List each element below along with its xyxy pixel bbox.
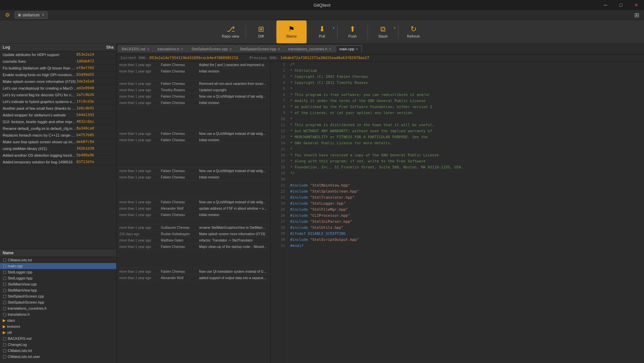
push-icon: ⬆ [349,25,356,33]
tree-item[interactable]: ▢StelLogger.hpp [0,275,116,281]
blame-annotations[interactable]: more than 1 year ago Fabien Chereau Adde… [117,62,271,363]
log-row[interactable]: cosmetic fixes 1d6db472 [0,58,116,65]
tree-item[interactable]: ▢StelMainView.hpp [0,287,116,293]
blame-row[interactable]: more than 1 year ago Fabien Chereau Now … [117,131,270,137]
blame-row[interactable]: more than 1 year ago Alexander Wolf adde… [117,275,270,281]
blame-row[interactable]: more than 1 year ago Fabien Chereau Adde… [117,62,270,68]
stash-button[interactable]: ⧉ Stash ▼ [368,20,398,43]
tree-item[interactable]: ▢StelSplashScreen.hpp [0,299,116,305]
log-row[interactable]: Replaces foreach macro by C++11 range-ba… [0,132,116,139]
log-row[interactable]: Added temporary solution for bug 1498616… [0,159,116,165]
blame-row[interactable]: more than 1 year ago Matthew Gates refac… [117,237,270,243]
blame-row[interactable]: more than 1 year ago Fabien Chereau Now … [117,268,270,274]
tree-item[interactable]: ▢translations_countries.h [0,305,116,311]
log-row[interactable]: GUI: fontsize, kinetic toggle and other … [0,118,116,125]
blame-row[interactable]: more than 1 year ago Fabien Chereau Now … [117,199,270,205]
blame-row[interactable]: more than 1 year ago Fabien Chereau Init… [117,137,270,143]
close-button[interactable]: ✕ [629,0,644,10]
log-row[interactable]: Make sure that splash screen shows up im… [0,139,116,145]
blame-row[interactable]: more than 1 year ago Fabien Chereau Remo… [117,81,270,87]
log-row[interactable]: Let's indicate to hybrid graphics system… [0,98,116,105]
tree-item[interactable]: ▢StelMainView.cpp [0,281,116,287]
log-row[interactable]: Added another OS detection logging funct… [0,152,116,159]
file-tab-close[interactable]: ✕ [181,47,183,51]
tree-item[interactable]: ▢ChangeLog [0,342,116,348]
blame-author: Fabien Chereau [161,63,198,67]
line-number: 14 [271,140,285,146]
blame-row[interactable]: more than 1 year ago Timothy Reaves Upda… [117,87,270,93]
settings-button[interactable]: ⚙ [3,10,12,20]
log-header: Log Sha [0,44,116,51]
log-row[interactable]: Another pack of few small fixes (thanks … [0,105,116,112]
file-tab[interactable]: BACKERS.md✕ [118,45,153,52]
tree-item[interactable]: ▢translations.h [0,311,116,317]
tree-item[interactable]: ▢CMakeLists.txt.user [0,354,116,360]
tree-item[interactable]: ▢BACKERS.md [0,335,116,342]
line-number: 7 [271,98,285,104]
file-tab[interactable]: translations_countries.h✕ [284,45,335,52]
tree-item[interactable]: ▢StelSplashScreen.cpp [0,293,116,299]
tree-item[interactable]: ▢CMakeLists.txt [0,257,116,263]
blame-button[interactable]: ⚑ Blame [276,20,307,43]
tab-stellarium[interactable]: ▣ stellarium ✕ [15,11,48,19]
blame-block: more than 1 year ago Fabien Chereau Now … [117,93,270,100]
repo-view-button[interactable]: ⎇ Repo view [215,20,246,43]
blame-row[interactable]: more than 1 year ago Guillaume Chereau r… [117,224,270,230]
log-row[interactable]: Let's use macdeployqt for creating a Mac… [0,85,116,92]
blame-row[interactable]: more than 1 year ago Fabien Chereau Now … [117,93,270,99]
restore-button[interactable]: □ [613,0,629,10]
tree-item[interactable]: ▶util [0,329,116,335]
tree-item[interactable]: ▢CMakeLists.txt [0,348,116,354]
file-tab-close[interactable]: ✕ [356,47,358,51]
log-row[interactable]: Rename default_config.ini to default_cfg… [0,125,116,132]
log-table[interactable]: Update attributes for HDPI support 853e2… [0,51,116,249]
blame-empty-line [117,161,270,167]
log-row[interactable]: Fix building Stellarium with Qt lesser t… [0,65,116,71]
log-row[interactable]: Update attributes for HDPI support 853e2… [0,51,116,58]
push-button[interactable]: ⬆ Push [337,20,368,43]
tab-close-icon[interactable]: ✕ [42,13,45,17]
file-tab-close[interactable]: ✕ [277,47,280,51]
blame-row[interactable]: more than 1 year ago Fabien Chereau Majo… [117,244,270,250]
code-line: #include "StelFileMgr.hpp" [287,207,644,213]
tree-item[interactable]: ▢StelLogger.cpp [0,269,116,275]
refresh-button[interactable]: ↻ Refresh [398,20,429,43]
toolbar: ⎇ Repo view ⊞ Diff ⚑ Blame ⬇ Pull ▼ ⬆ Pu… [0,20,644,44]
blame-row[interactable]: more than 1 year ago Fabien Chereau Init… [117,100,270,106]
file-tab[interactable]: StelSplashScreen.cpp✕ [188,45,235,52]
minimize-button[interactable]: ─ [598,0,613,10]
main-area: Log Sha Update attributes for HDPI suppo… [0,44,644,363]
line-number: 10 [271,116,285,122]
tree-item[interactable]: ▢main.cpp [0,263,116,269]
blame-row[interactable]: 216 days ago Ruslan Kabatsayev Make spla… [117,231,270,237]
file-tab[interactable]: main.cpp✕ [336,45,362,52]
log-row[interactable]: Added wrapper for stellarium's website 5… [0,112,116,118]
blame-msg: Removed all non-ascii caracters from sou… [199,82,268,86]
file-tab-close[interactable]: ✕ [229,47,232,51]
blame-row[interactable]: more than 1 year ago Fabien Chereau Init… [117,212,270,218]
file-tab-name: main.cpp [339,47,355,51]
blame-empty-line [117,155,270,161]
log-row[interactable]: Let's try extend flag for discrete GPU f… [0,92,116,98]
log-row[interactable]: Make splash screen more informative (#71… [0,78,116,85]
blame-row[interactable]: more than 1 year ago Alexander Wolf upda… [117,205,270,211]
blame-block: more than 1 year ago Fabien Chereau Remo… [117,81,270,87]
file-tab[interactable]: translations.h✕ [154,45,187,52]
folder-icon: ▶ [3,324,6,329]
log-message: Rename default_config.ini to default_cfg… [3,126,76,131]
diff-button[interactable]: ⊞ Diff [246,20,276,43]
tree-item[interactable]: ▶stars [0,317,116,323]
file-tree[interactable]: Name ▢CMakeLists.txt▢main.cpp▢StelLogger… [0,249,116,363]
file-tab-close[interactable]: ✕ [147,47,149,51]
blame-row[interactable]: more than 1 year ago Fabien Chereau Init… [117,68,270,74]
blame-row[interactable]: more than 1 year ago Fabien Chereau Now … [117,168,270,174]
tree-item[interactable]: ▶textures [0,323,116,329]
blame-row[interactable]: more than 1 year ago Fabien Chereau Init… [117,174,270,180]
file-tab-close[interactable]: ✕ [329,47,331,51]
file-tab[interactable]: StelSplashScreen.hpp✕ [236,45,284,52]
code-line: #include "StelUtils.hpp" [287,225,644,231]
log-row[interactable]: Enable scaling fonts on High DPI monitor… [0,71,116,78]
code-content[interactable]: /* * Stellarium * Copyright (C) 2002 Fab… [287,62,644,363]
log-row[interactable]: using stelMain library (#21) 342b1d38 [0,145,116,152]
pull-button[interactable]: ⬇ Pull ▼ [307,20,337,43]
